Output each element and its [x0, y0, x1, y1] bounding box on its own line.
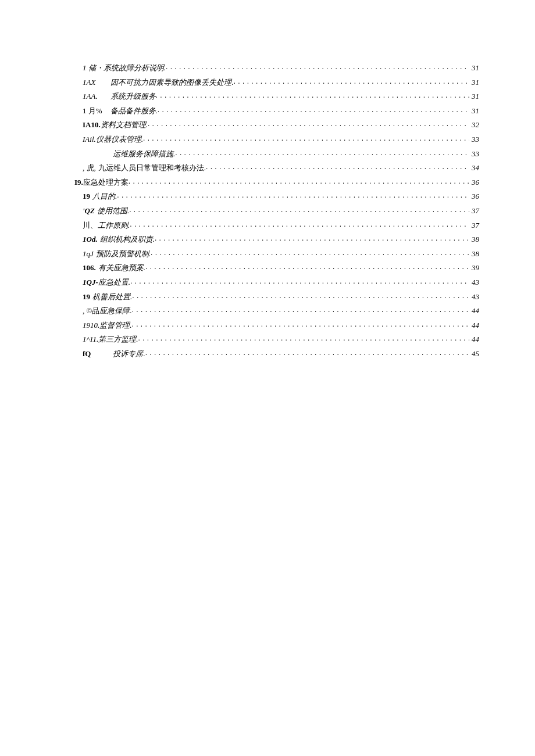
toc-entry: 1qJ预防及预警机制.38	[74, 249, 479, 257]
toc-leader-dots	[117, 191, 469, 199]
toc-entry-title: 因不可抗力因素导致的图像丢失处理.	[110, 78, 233, 86]
toc-entry-title: 组织机构及职责.	[100, 235, 155, 243]
toc-entry-page-number: 43	[469, 293, 479, 300]
table-of-contents: 1 储・系统故障分析说明.311AX因不可抗力因素导致的图像丢失处理.311AA…	[74, 63, 479, 357]
toc-entry: 1AA.系统升级服务31	[74, 91, 479, 100]
toc-leader-dots	[156, 91, 469, 99]
toc-entry-title: 运维服务保障措施.	[113, 150, 175, 157]
toc-entry: 'QZ使用范围.37	[74, 206, 479, 214]
toc-entry-page-number: 33	[469, 150, 479, 157]
toc-entry-page-number: 31	[469, 78, 479, 86]
toc-entry: 1 月%备品备件服务.31	[74, 106, 479, 114]
toc-entry-title: 系统故障分析说明.	[104, 64, 166, 71]
toc-entry-title: 第三方监理.	[98, 335, 138, 343]
toc-entry-title: 九运维人员日常管理和考核办法.	[98, 164, 206, 171]
document-page: 1 储・系统故障分析说明.311AX因不可抗力因素导致的图像丢失处理.311AA…	[0, 0, 535, 756]
toc-entry: 1910.监督管理.44	[74, 320, 479, 329]
toc-entry-title: 八目的.	[92, 192, 117, 200]
toc-entry-title: 预防及预警机制.	[96, 250, 151, 257]
toc-entry: , ©品应急保障.44	[74, 306, 479, 314]
toc-entry: 1 储・系统故障分析说明.31	[74, 63, 479, 71]
toc-entry-prefix: IAil.	[83, 135, 96, 143]
toc-entry-prefix: 'QZ	[83, 207, 95, 214]
toc-entry-page-number: 36	[469, 178, 479, 186]
toc-entry-page-number: 37	[469, 207, 479, 214]
toc-entry-prefix: , 虎,	[83, 164, 96, 171]
toc-leader-dots	[132, 292, 469, 299]
toc-entry: , 虎,九运维人员日常管理和考核办法.34	[74, 163, 479, 171]
toc-entry-page-number: 31	[469, 107, 479, 114]
toc-leader-dots	[132, 306, 469, 313]
toc-entry-prefix: 106.	[83, 264, 96, 271]
toc-entry-prefix: 川、	[83, 221, 98, 229]
toc-entry: 19机善后处置.43	[74, 292, 479, 300]
toc-entry: I9.应急处理方案36	[74, 177, 479, 186]
toc-entry: IAil.仪器仪表管理.33	[74, 134, 479, 143]
toc-entry-prefix: I9.	[74, 178, 83, 186]
toc-entry-page-number: 34	[469, 164, 479, 171]
toc-entry-title: 仪器仪表管理.	[96, 135, 143, 143]
toc-entry: 106.有关应急预案.39	[74, 263, 479, 271]
toc-leader-dots	[132, 320, 470, 328]
toc-entry: 1AX因不可抗力因素导致的图像丢失处理.31	[74, 77, 479, 86]
toc-entry-page-number: 31	[469, 64, 479, 71]
toc-leader-dots	[155, 234, 469, 242]
toc-entry-page-number: 38	[469, 250, 479, 257]
toc-entry-page-number: 44	[469, 321, 479, 329]
toc-entry-prefix: 1QJ-	[83, 278, 98, 286]
toc-entry: 1^11.第三方监理.44	[74, 334, 479, 343]
toc-entry-prefix: 19	[83, 192, 90, 200]
toc-entry-prefix: 1^11.	[83, 335, 98, 343]
toc-entry-prefix: 1qJ	[83, 250, 94, 257]
toc-entry-title: 有关应急预案.	[98, 264, 145, 271]
toc-entry-prefix: 1AX	[83, 78, 95, 86]
toc-entry-title: 使用范围.	[97, 207, 129, 214]
toc-entry-prefix: 1AA.	[83, 92, 98, 100]
toc-entry-title: 资料文档管理.	[101, 121, 148, 128]
toc-leader-dots	[145, 263, 469, 270]
toc-leader-dots	[130, 277, 469, 285]
toc-entry-page-number: 44	[469, 307, 479, 314]
toc-entry-prefix: 19	[83, 293, 90, 300]
toc-entry-title: 应急保障.	[99, 307, 131, 314]
toc-entry-page-number: 33	[469, 135, 479, 143]
toc-entry-page-number: 44	[469, 335, 479, 343]
toc-entry: IA10.资料文档管理.32	[74, 120, 479, 128]
toc-leader-dots	[151, 249, 469, 256]
toc-entry-prefix: IA10.	[83, 121, 101, 128]
toc-entry: 19八目的.36	[74, 191, 479, 200]
toc-entry: 川、工作原则.37	[74, 220, 479, 229]
toc-leader-dots	[175, 149, 469, 156]
toc-entry-page-number: 45	[469, 350, 479, 357]
toc-entry-page-number: 31	[469, 92, 479, 100]
toc-entry-prefix: fQ	[83, 350, 91, 357]
toc-entry-page-number: 43	[469, 278, 479, 286]
toc-entry-page-number: 38	[469, 235, 479, 243]
toc-entry-title: 应急处置.	[98, 278, 130, 286]
toc-entry-page-number: 39	[469, 264, 479, 271]
toc-entry-prefix: 1910.	[83, 321, 99, 329]
toc-leader-dots	[143, 134, 469, 142]
toc-entry-title: 监督管理.	[99, 321, 131, 329]
toc-leader-dots	[206, 163, 469, 170]
toc-leader-dots	[234, 77, 469, 85]
toc-entry-prefix: 1Od.	[83, 235, 98, 243]
toc-entry: 1QJ-应急处置.43	[74, 277, 479, 286]
toc-leader-dots	[166, 63, 469, 70]
toc-entry: 运维服务保障措施.33	[74, 149, 479, 157]
toc-entry-prefix: 1 月%	[83, 107, 102, 114]
toc-entry-title: 投诉专席.	[113, 350, 145, 357]
toc-entry-title: 工作原则.	[98, 221, 130, 229]
toc-entry-page-number: 36	[469, 192, 479, 200]
toc-leader-dots	[130, 220, 469, 228]
toc-entry-title: 系统升级服务	[110, 92, 156, 100]
toc-entry-page-number: 37	[469, 221, 479, 229]
toc-entry-title: 备品备件服务.	[110, 107, 158, 114]
toc-entry-page-number: 32	[469, 121, 479, 128]
toc-leader-dots	[138, 334, 469, 342]
toc-leader-dots	[148, 120, 469, 127]
toc-entry-title: 应急处理方案	[83, 178, 129, 186]
toc-entry-prefix: , ©品	[83, 307, 99, 314]
toc-entry: fQ投诉专席.45	[74, 349, 479, 357]
toc-entry-prefix: 1 储・	[83, 64, 104, 71]
